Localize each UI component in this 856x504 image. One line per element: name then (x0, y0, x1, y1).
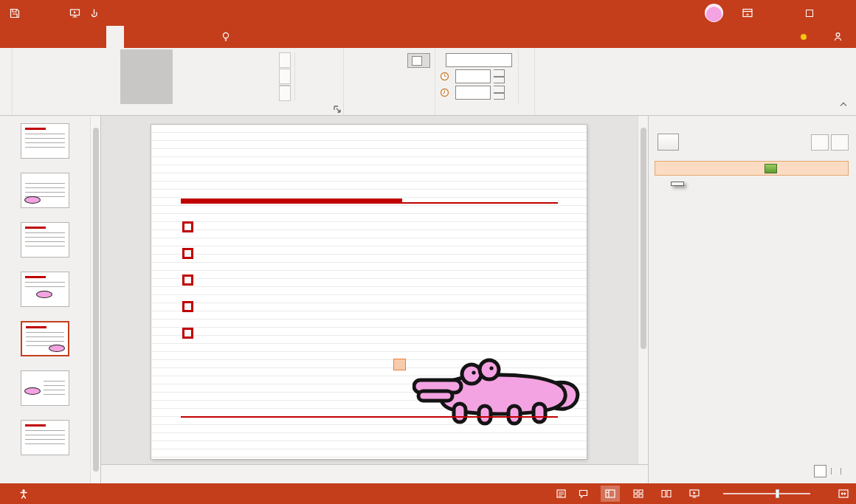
animation-gallery (15, 49, 277, 104)
delay-spinner[interactable] (494, 86, 505, 100)
fit-to-window-button[interactable] (838, 489, 849, 498)
customize-quick-access-icon[interactable] (106, 4, 123, 23)
notes-input-bar[interactable] (101, 464, 648, 483)
tab-record[interactable] (142, 26, 159, 48)
play-from-button[interactable] (657, 134, 679, 151)
tab-view[interactable] (177, 26, 195, 48)
undo-icon[interactable] (26, 4, 44, 23)
bullet-item[interactable] (182, 320, 203, 346)
animation-pane-button[interactable] (407, 53, 430, 68)
tab-review[interactable] (159, 26, 177, 48)
animation-order-badge[interactable] (393, 359, 406, 370)
close-button[interactable] (825, 0, 856, 26)
gallery-scroll-up[interactable] (279, 52, 291, 68)
person-icon (833, 32, 843, 42)
duration-input[interactable] (455, 69, 491, 83)
tell-me-search[interactable] (213, 26, 244, 48)
add-animation-button[interactable] (347, 49, 406, 104)
checkbox-bullet-icon (182, 301, 193, 312)
thumbnail-slide-4[interactable] (3, 222, 90, 259)
share-button[interactable] (824, 26, 856, 48)
slide-thumbnail-panel (0, 116, 101, 483)
ribbon-tab-row (0, 26, 856, 48)
timeline-duration-bar[interactable] (764, 164, 777, 173)
thumbnail-slide-6-selected[interactable] (3, 321, 90, 358)
animation-item-picture5[interactable] (655, 161, 849, 176)
delay-clock-icon (440, 88, 449, 97)
slide-6[interactable] (151, 125, 587, 459)
redo-icon[interactable] (46, 4, 63, 23)
tab-transitions[interactable] (89, 26, 106, 48)
timeline-scale (810, 465, 850, 477)
gallery-item-none[interactable] (15, 49, 68, 104)
accessibility-icon[interactable] (19, 489, 28, 499)
comments-toggle[interactable] (579, 489, 592, 499)
titlebar-right (698, 0, 856, 26)
bullet-item[interactable] (182, 240, 203, 266)
tab-animations[interactable] (106, 26, 124, 48)
trigger-button[interactable] (407, 70, 430, 85)
reading-view-button[interactable] (657, 486, 676, 502)
start-combo[interactable] (446, 53, 512, 67)
duration-clock-icon (440, 72, 449, 81)
tab-help[interactable] (195, 26, 213, 48)
maximize-button[interactable] (794, 0, 825, 26)
collapse-ribbon-button[interactable] (840, 102, 847, 109)
thumbnail-scrollbar[interactable] (90, 116, 100, 483)
account-avatar[interactable] (705, 4, 723, 22)
tab-home[interactable] (18, 26, 35, 48)
bullet-item[interactable] (182, 293, 203, 320)
thumbnail-slide-7[interactable] (3, 370, 90, 407)
gallery-item-appear[interactable] (68, 49, 120, 104)
checkbox-bullet-icon (182, 275, 193, 286)
tab-design[interactable] (71, 26, 89, 48)
scale-zero-box (814, 465, 826, 477)
gallery-item-slide-in[interactable] (173, 49, 225, 104)
main-content (0, 116, 856, 483)
canvas-scrollbar[interactable] (638, 116, 648, 464)
normal-view-button[interactable] (601, 486, 620, 502)
animation-pane-toolbar (657, 134, 849, 151)
bullet-item[interactable] (182, 213, 203, 240)
bullet-item[interactable] (182, 266, 203, 293)
zoom-slider-thumb[interactable] (776, 489, 779, 498)
slideshow-view-button[interactable] (685, 486, 704, 502)
thumbnail-slide-5[interactable] (3, 272, 90, 308)
title-bar (0, 0, 856, 26)
record-indicator[interactable] (792, 26, 824, 48)
notes-toggle[interactable] (556, 489, 570, 498)
tab-file[interactable] (0, 26, 18, 48)
tab-slideshow[interactable] (124, 26, 142, 48)
group-label-timing (438, 104, 531, 115)
duration-spinner[interactable] (494, 69, 505, 83)
comment-icon (579, 489, 588, 499)
gallery-item-fade[interactable] (120, 49, 173, 104)
delay-input[interactable] (455, 86, 491, 100)
notes-icon (556, 489, 566, 498)
preview-button[interactable] (3, 49, 9, 104)
ribbon-display-options-icon[interactable] (732, 0, 763, 26)
gallery-item-float-in[interactable] (225, 49, 277, 104)
slide-sorter-view-button[interactable] (629, 486, 648, 502)
touch-mode-icon[interactable] (86, 4, 103, 23)
slide-bullet-list[interactable] (182, 213, 203, 346)
gallery-scroll-down[interactable] (279, 69, 291, 84)
move-down-button[interactable] (831, 134, 849, 151)
tab-draw[interactable] (53, 26, 71, 48)
thumbnail-slide-3[interactable] (3, 173, 90, 210)
gallery-expand[interactable] (279, 85, 291, 101)
move-up-button[interactable] (811, 134, 829, 151)
zoom-slider[interactable] (723, 493, 810, 494)
minimize-button[interactable] (763, 0, 794, 26)
thumbnail-slide-2[interactable] (3, 123, 90, 160)
start-slideshow-icon[interactable] (66, 4, 83, 23)
scrollbar-thumb[interactable] (641, 128, 646, 349)
scrollbar-thumb[interactable] (93, 128, 99, 472)
powerpoint-window (0, 0, 856, 504)
dialog-launcher-icon[interactable] (334, 106, 342, 114)
tab-insert[interactable] (35, 26, 53, 48)
lightbulb-icon (221, 32, 230, 42)
thumbnail-slide-8[interactable] (3, 420, 90, 457)
save-icon[interactable] (6, 4, 24, 23)
slide-canvas (101, 116, 648, 464)
